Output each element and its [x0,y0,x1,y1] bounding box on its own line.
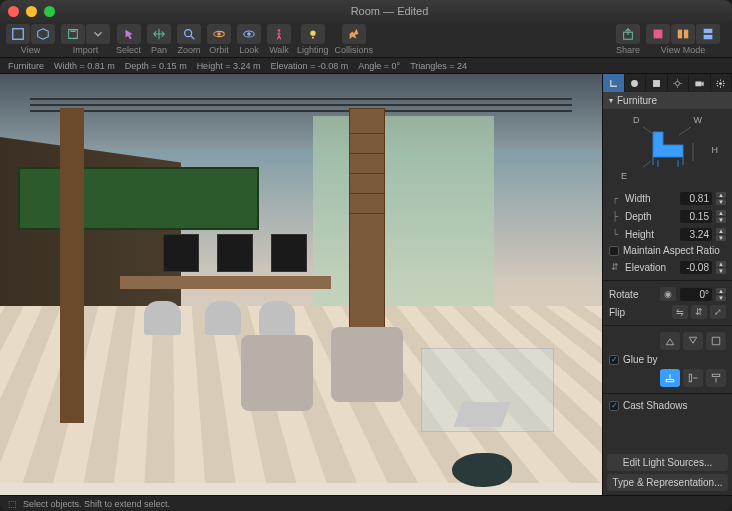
svg-point-14 [631,80,638,87]
look-tool-button[interactable] [237,24,261,44]
height-stepper[interactable]: ▲▼ [716,227,726,241]
viewmode-3-button[interactable] [696,24,720,44]
rotate-dial[interactable]: ◉ [660,287,676,301]
disclosure-triangle-icon: ▾ [609,96,613,105]
height-label: Height [625,229,676,240]
zoom-window-button[interactable] [44,6,55,17]
collisions-button[interactable] [342,24,366,44]
info-depth: Depth = 0.15 m [125,61,187,71]
dim-d-label: D [633,115,640,125]
zoom-tool-button[interactable] [177,24,201,44]
link-top-icon: ┌ [609,193,621,203]
elevation-field[interactable]: -0.08 [680,261,712,274]
view-3d-button[interactable] [31,24,55,44]
window-title: Room — Edited [55,5,724,17]
glue-preset-1-button[interactable] [660,332,680,350]
svg-point-5 [247,32,251,36]
height-field[interactable]: 3.24 [680,228,712,241]
svg-point-7 [310,31,315,36]
depth-stepper[interactable]: ▲▼ [716,209,726,223]
dim-h-label: H [712,145,719,155]
info-object-name: Furniture [8,61,44,71]
viewmode-2-button[interactable] [671,24,695,44]
width-label: Width [625,193,676,204]
minimize-window-button[interactable] [26,6,37,17]
status-cursor-icon: ⬚ [8,499,17,509]
glue-by-checkbox[interactable] [609,355,619,365]
view-2d-button[interactable] [6,24,30,44]
info-triangles: Triangles = 24 [410,61,467,71]
select-label: Select [116,45,141,55]
inspector-tab-properties[interactable] [646,74,668,92]
inspector-tab-materials[interactable] [625,74,647,92]
status-bar: ⬚ Select objects. Shift to extend select… [0,495,732,511]
info-angle: Angle = 0° [358,61,400,71]
link-bot-icon: └ [609,229,621,239]
3d-viewport[interactable] [0,74,602,495]
svg-rect-21 [712,374,720,376]
flip-vertical-button[interactable]: ⇵ [691,305,707,319]
svg-point-16 [676,81,680,85]
svg-point-1 [185,30,192,37]
edit-light-sources-button[interactable]: Edit Light Sources... [607,454,728,471]
object-preview: D W H E [603,109,732,189]
glue-ceiling-button[interactable] [706,369,726,387]
rotate-field[interactable]: 0° [680,288,712,301]
lighting-button[interactable] [301,24,325,44]
share-button[interactable] [616,24,640,44]
inspector-tab-settings[interactable] [711,74,733,92]
info-bar: Furniture Width = 0.81 m Depth = 0.15 m … [0,58,732,74]
orbit-tool-button[interactable] [207,24,231,44]
inspector-tabs [603,74,732,92]
type-representation-button[interactable]: Type & Representation... [607,474,728,491]
svg-rect-13 [704,35,713,39]
glue-preset-3-button[interactable] [706,332,726,350]
lighting-label: Lighting [297,45,329,55]
cast-shadows-checkbox[interactable] [609,401,619,411]
inspector-object-header[interactable]: ▾ Furniture [603,92,732,109]
orbit-label: Orbit [209,45,229,55]
share-label: Share [616,45,640,55]
width-field[interactable]: 0.81 [680,192,712,205]
toolbar: View Import Select Pan Zoom Orbit Look W… [0,22,732,58]
inspector-tab-geometry[interactable] [603,74,625,92]
import-label: Import [73,45,99,55]
inspector-panel: ▾ Furniture D W H E ┌ Width 0.81 ▲▼ ├ De… [602,74,732,495]
viewmode-label: View Mode [661,45,705,55]
view-label: View [21,45,40,55]
inspector-tab-lighting[interactable] [668,74,690,92]
aspect-ratio-checkbox[interactable] [609,246,619,256]
elevation-stepper[interactable]: ▲▼ [716,260,726,274]
zoom-label: Zoom [178,45,201,55]
elevation-label: Elevation [625,262,676,273]
walk-tool-button[interactable] [267,24,291,44]
svg-point-3 [217,32,221,36]
rotate-stepper[interactable]: ▲▼ [716,287,726,301]
inspector-tab-camera[interactable] [689,74,711,92]
flip-horizontal-button[interactable]: ⇋ [672,305,688,319]
glue-wall-button[interactable] [683,369,703,387]
svg-rect-20 [689,374,691,382]
depth-field[interactable]: 0.15 [680,210,712,223]
svg-rect-17 [695,81,701,86]
import-dropdown-button[interactable] [86,24,110,44]
svg-point-6 [278,29,281,32]
info-width: Width = 0.81 m [54,61,115,71]
rotate-label: Rotate [609,289,656,300]
select-tool-button[interactable] [117,24,141,44]
look-label: Look [239,45,259,55]
pan-tool-button[interactable] [147,24,171,44]
cast-shadows-label: Cast Shadows [623,400,726,411]
width-stepper[interactable]: ▲▼ [716,191,726,205]
glue-preset-2-button[interactable] [683,332,703,350]
flip-depth-button[interactable]: ⤢ [710,305,726,319]
glue-floor-button[interactable] [660,369,680,387]
import-button[interactable] [61,24,85,44]
aspect-ratio-label: Maintain Aspect Ratio [623,245,726,256]
glue-by-label: Glue by [623,354,726,365]
titlebar: Room — Edited [0,0,732,22]
main-area: ▾ Furniture D W H E ┌ Width 0.81 ▲▼ ├ De… [0,74,732,495]
depth-label: Depth [625,211,676,222]
close-window-button[interactable] [8,6,19,17]
viewmode-1-button[interactable] [646,24,670,44]
